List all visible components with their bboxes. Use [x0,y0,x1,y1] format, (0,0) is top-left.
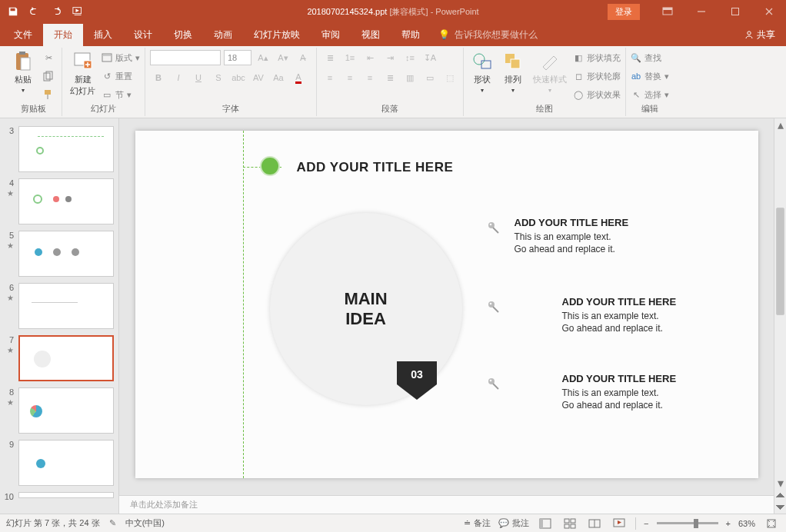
align-right-icon[interactable]: ≡ [361,69,378,86]
justify-icon[interactable]: ≣ [381,69,398,86]
quick-styles-button[interactable]: 快速样式▾ [530,49,570,95]
new-slide-button[interactable]: 新建 幻灯片 [67,49,98,98]
slide-canvas[interactable]: ADD YOUR TITLE HERE MAINIDEA 03 ADD YOUR… [135,131,758,478]
underline-icon[interactable]: U [190,69,207,86]
layout-button[interactable]: 版式 ▾ [102,49,140,66]
tab-review[interactable]: 审阅 [311,24,351,46]
copy-icon[interactable] [40,68,57,85]
start-from-beginning-icon[interactable] [72,6,85,17]
undo-icon[interactable] [29,6,40,17]
tab-design[interactable]: 设计 [123,24,163,46]
arrange-button[interactable]: 排列▾ [499,49,527,95]
scroll-down-icon[interactable]: ▾ [774,477,786,489]
increase-font-icon[interactable]: A▴ [255,49,271,66]
align-left-icon[interactable]: ≡ [321,69,338,86]
tell-me-search[interactable]: 💡 告诉我你想要做什么 [438,28,538,42]
fit-to-window-icon[interactable] [763,516,780,531]
spellcheck-icon[interactable]: ✎ [109,518,116,528]
shadow-icon[interactable]: abc [230,69,247,86]
zoom-level[interactable]: 63% [738,519,755,528]
shape-fill-button[interactable]: ◧形状填充 [573,49,621,66]
char-spacing-icon[interactable]: AV [250,69,267,86]
font-name-combo[interactable] [150,50,221,65]
text-direction-icon[interactable]: ↧A [421,49,438,66]
scroll-thumb[interactable] [776,208,784,315]
section-button[interactable]: ▭节 ▾ [102,86,140,103]
tab-insert[interactable]: 插入 [83,24,123,46]
canvas-scroll[interactable]: ADD YOUR TITLE HERE MAINIDEA 03 ADD YOUR… [119,118,774,495]
find-button[interactable]: 🔍查找 [631,49,669,66]
italic-icon[interactable]: I [170,69,187,86]
paste-button[interactable]: 粘贴 ▾ [9,49,37,95]
font-color-icon[interactable]: A [290,69,307,86]
thumbnail-pane[interactable]: 3 4★ 5★ 6★ 7★ 8★ 9 10 [0,118,119,514]
prev-slide-icon[interactable]: ⏶ [774,489,786,501]
zoom-in-icon[interactable]: + [726,519,731,528]
tab-help[interactable]: 帮助 [391,24,431,46]
thumbnail-5[interactable] [18,231,114,277]
thumbnail-4[interactable] [18,178,114,224]
login-button[interactable]: 登录 [608,4,640,20]
numbering-icon[interactable]: 1≡ [341,49,358,66]
columns-icon[interactable]: ▥ [401,69,418,86]
tab-transitions[interactable]: 切换 [163,24,203,46]
next-slide-icon[interactable]: ⏷ [774,501,786,514]
change-case-icon[interactable]: Aa [270,69,287,86]
shape-effects-button[interactable]: ◯形状效果 [573,86,621,103]
zoom-knob[interactable] [694,519,698,528]
decrease-indent-icon[interactable]: ⇤ [361,49,378,66]
shape-outline-button[interactable]: ◻形状轮廓 [573,68,621,85]
clear-format-icon[interactable]: A̶ [295,49,311,66]
decrease-font-icon[interactable]: A▾ [275,49,291,66]
reading-view-icon[interactable] [586,516,603,531]
convert-smartart-icon[interactable]: ⬚ [441,69,458,86]
thumbnail-9[interactable] [18,440,114,486]
tab-animations[interactable]: 动画 [203,24,243,46]
language-indicator[interactable]: 中文(中国) [125,517,165,529]
align-center-icon[interactable]: ≡ [341,69,358,86]
comments-toggle[interactable]: 💬批注 [498,517,529,529]
format-painter-icon[interactable] [40,86,57,103]
line-spacing-icon[interactable]: ↕≡ [401,49,418,66]
slideshow-view-icon[interactable] [611,516,628,531]
share-button[interactable]: 共享 [744,28,775,42]
thumbnail-10[interactable] [18,492,114,498]
tab-file[interactable]: 文件 [3,24,43,46]
cut-icon[interactable]: ✂ [40,49,57,66]
zoom-out-icon[interactable]: − [644,519,648,528]
replace-button[interactable]: ab替换 ▾ [631,68,669,85]
thumbnail-6[interactable] [18,283,114,329]
align-text-icon[interactable]: ▭ [421,69,438,86]
slide-title[interactable]: ADD YOUR TITLE HERE [297,160,454,175]
thumbnail-3[interactable] [18,126,114,172]
save-icon[interactable] [8,6,18,17]
select-button[interactable]: ↖选择 ▾ [631,86,669,103]
zoom-slider[interactable] [657,522,718,524]
minimize-icon[interactable] [684,0,718,23]
bold-icon[interactable]: B [150,69,167,86]
close-icon[interactable] [752,0,786,23]
tab-home[interactable]: 开始 [43,24,83,46]
vertical-scrollbar[interactable]: ▴ ▾ ⏶ ⏷ [774,118,786,514]
tab-view[interactable]: 视图 [351,24,391,46]
scroll-up-icon[interactable]: ▴ [774,118,786,131]
sorter-view-icon[interactable] [561,516,578,531]
maximize-icon[interactable] [718,0,752,23]
reset-button[interactable]: ↺重置 [102,68,140,85]
shapes-button[interactable]: 形状▾ [468,49,496,95]
increase-indent-icon[interactable]: ⇥ [381,49,398,66]
bullets-icon[interactable]: ≣ [321,49,338,66]
notes-pane[interactable]: 单击此处添加备注 [119,495,774,514]
font-size-combo[interactable]: 18 [224,50,251,65]
bullet-2[interactable]: ADD YOUR TITLE HERE This is an example t… [485,296,677,334]
thumbnail-8[interactable] [18,387,114,434]
bullet-3[interactable]: ADD YOUR TITLE HERE This is an example t… [485,373,677,411]
scroll-track[interactable] [774,131,786,477]
bullet-1[interactable]: ADD YOUR TITLE HERE This is an example t… [485,217,629,255]
slide-counter[interactable]: 幻灯片 第 7 张，共 24 张 [6,517,100,529]
tab-slideshow[interactable]: 幻灯片放映 [243,24,311,46]
ribbon-display-options-icon[interactable] [651,0,684,23]
strikethrough-icon[interactable]: S [210,69,227,86]
redo-icon[interactable] [51,6,62,17]
normal-view-icon[interactable] [537,516,554,531]
